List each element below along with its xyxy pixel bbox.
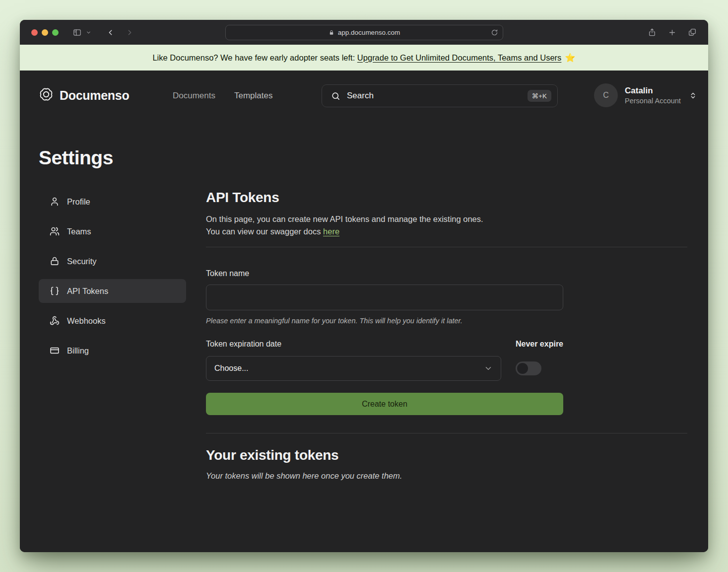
panel-title: API Tokens (206, 190, 687, 206)
never-expire-toggle[interactable] (516, 361, 541, 375)
banner-text: Like Documenso? We have few early adopte… (152, 53, 357, 63)
expiration-row: Token expiration date Choose... Never ex… (206, 340, 563, 381)
account-name: Catalin (625, 85, 681, 96)
toggle-knob (517, 363, 528, 374)
url-text: app.documenso.com (338, 29, 400, 36)
forward-icon[interactable] (126, 28, 134, 37)
sidebar-item-security[interactable]: Security (39, 249, 186, 273)
address-bar[interactable]: app.documenso.com (225, 25, 503, 40)
never-expire-field: Never expire (516, 340, 563, 381)
documenso-logo-icon (39, 87, 54, 104)
sidebar-item-label: Profile (67, 197, 90, 207)
description-line2: You can view our swagger docs here (206, 225, 687, 238)
panel-description: On this page, you can create new API tok… (206, 213, 687, 238)
main-nav: Documents Templates (173, 91, 272, 101)
close-window-button[interactable] (31, 29, 38, 36)
token-name-input[interactable] (206, 285, 563, 310)
account-text: Catalin Personal Account (625, 85, 681, 105)
browser-window: app.documenso.com Like Documenso? We hav (20, 20, 708, 552)
star-emoji: ⭐ (565, 53, 575, 63)
existing-tokens-title: Your existing tokens (206, 447, 687, 463)
create-token-button[interactable]: Create token (206, 393, 563, 415)
token-name-hint: Please enter a meaningful name for your … (206, 317, 687, 325)
sidebar-item-label: Webhooks (67, 316, 106, 326)
sidebar-item-label: Billing (67, 346, 89, 356)
sidebar-item-teams[interactable]: Teams (39, 219, 186, 243)
search-placeholder: Search (347, 91, 528, 101)
api-tokens-icon (50, 286, 60, 296)
brand[interactable]: Documenso (39, 87, 129, 104)
token-name-label: Token name (206, 269, 687, 278)
share-icon[interactable] (648, 28, 657, 37)
account-chevron-icon (689, 91, 697, 100)
expiration-selected-value: Choose... (214, 364, 484, 373)
search-icon (331, 91, 340, 101)
expiration-label: Token expiration date (206, 340, 501, 349)
back-icon[interactable] (106, 28, 115, 37)
zoom-window-button[interactable] (52, 29, 59, 36)
existing-tokens-empty-text: Your tokens will be shown here once you … (206, 471, 687, 481)
avatar: C (594, 83, 618, 107)
sidebar-toggle-icon[interactable] (72, 28, 82, 37)
description-line2-prefix: You can view our swagger docs (206, 227, 323, 236)
nav-documents[interactable]: Documents (173, 91, 215, 101)
search-shortcut-badge: ⌘+K (528, 90, 551, 102)
sidebar-item-label: API Tokens (67, 286, 108, 296)
lock-icon (329, 30, 334, 36)
minimize-window-button[interactable] (42, 29, 48, 36)
billing-icon (50, 346, 60, 356)
upgrade-banner: Like Documenso? We have few early adopte… (20, 45, 708, 71)
select-chevron-icon (484, 364, 493, 373)
teams-icon (50, 226, 60, 236)
swagger-docs-link[interactable]: here (323, 227, 339, 236)
api-tokens-panel: API Tokens On this page, you can create … (206, 190, 687, 481)
tabs-overview-icon[interactable] (688, 28, 697, 37)
account-type: Personal Account (625, 96, 681, 105)
user-icon (50, 197, 60, 207)
reload-icon[interactable] (491, 29, 498, 36)
security-icon (50, 256, 60, 266)
expiration-field: Token expiration date Choose... (206, 340, 501, 381)
traffic-lights (31, 29, 59, 36)
screenshot-stage: app.documenso.com Like Documenso? We hav (0, 0, 728, 572)
brand-name: Documenso (60, 88, 129, 103)
sidebar-item-profile[interactable]: Profile (39, 190, 186, 214)
nav-templates[interactable]: Templates (234, 91, 272, 101)
account-menu[interactable]: C Catalin Personal Account (594, 83, 697, 107)
page-title: Settings (39, 147, 708, 169)
sidebar-item-label: Security (67, 257, 97, 266)
webhooks-icon (50, 316, 60, 326)
sidebar-item-label: Teams (67, 227, 91, 236)
divider (206, 433, 687, 433)
sidebar-item-billing[interactable]: Billing (39, 339, 186, 362)
titlebar-right-actions (648, 20, 697, 45)
description-line1: On this page, you can create new API tok… (206, 213, 687, 225)
expiration-select[interactable]: Choose... (206, 356, 501, 381)
divider (206, 247, 687, 247)
sidebar-item-api-tokens[interactable]: API Tokens (39, 279, 186, 303)
app-content: Documenso Documents Templates Search ⌘+K… (20, 71, 708, 552)
chevron-down-icon[interactable] (86, 30, 91, 35)
search-input[interactable]: Search ⌘+K (322, 84, 558, 107)
sidebar-item-webhooks[interactable]: Webhooks (39, 309, 186, 333)
settings-layout: Profile Teams Security (20, 190, 708, 481)
upgrade-link[interactable]: Upgrade to Get Unlimited Documents, Team… (357, 53, 561, 63)
never-expire-label: Never expire (516, 340, 563, 349)
app-header: Documenso Documents Templates Search ⌘+K… (20, 71, 708, 118)
settings-sidebar: Profile Teams Security (39, 190, 186, 481)
new-tab-icon[interactable] (668, 28, 676, 37)
browser-titlebar: app.documenso.com (20, 20, 708, 45)
